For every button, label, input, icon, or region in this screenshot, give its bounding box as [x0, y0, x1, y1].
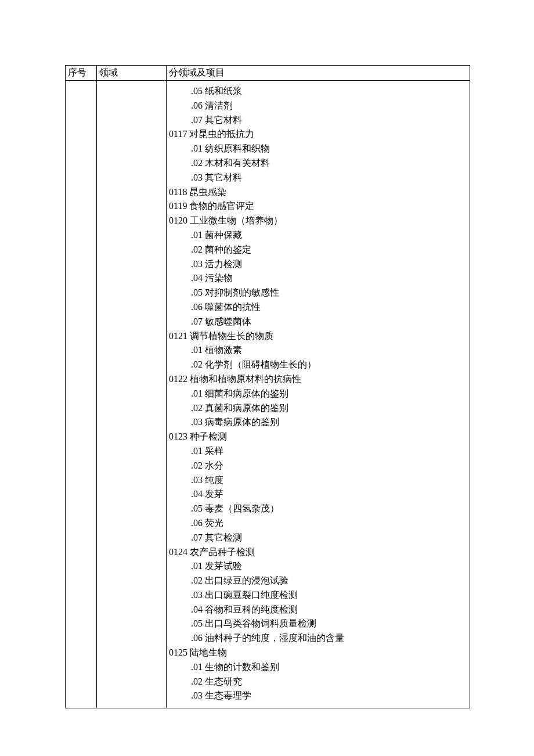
subitem-line: .05 毒麦（四氢杂茂）	[169, 502, 467, 516]
category-line: 0123 种子检测	[169, 430, 467, 444]
table-body-row: .05 纸和纸浆.06 清洁剂.07 其它材料0117 对昆虫的抵抗力.01 纺…	[66, 81, 470, 708]
subitem-line: .02 木材和有关材料	[169, 156, 467, 171]
subitem-line: .01 纺织原料和织物	[169, 142, 467, 156]
content-list: .05 纸和纸浆.06 清洁剂.07 其它材料0117 对昆虫的抵抗力.01 纺…	[169, 82, 467, 707]
subitem-line: .01 发芽试验	[169, 559, 467, 574]
category-line: 0118 昆虫感染	[169, 185, 467, 200]
subitem-line: .03 病毒病原体的鉴别	[169, 415, 467, 430]
subitem-line: .03 生态毒理学	[169, 689, 467, 703]
cell-content: .05 纸和纸浆.06 清洁剂.07 其它材料0117 对昆虫的抵抗力.01 纺…	[167, 81, 470, 708]
category-line: 0117 对昆虫的抵抗力	[169, 127, 467, 142]
subitem-line: .05 纸和纸浆	[169, 84, 467, 99]
category-line: 0124 农产品种子检测	[169, 545, 467, 560]
category-line: 0125 陆地生物	[169, 646, 467, 660]
subitem-line: .06 荧光	[169, 516, 467, 531]
subitem-line: .04 发芽	[169, 487, 467, 502]
subitem-line: .07 敏感噬菌体	[169, 315, 467, 329]
category-line: 0120 工业微生物（培养物）	[169, 214, 467, 228]
subitem-line: .02 化学剂（阻碍植物生长的）	[169, 358, 467, 372]
subitem-line: .05 出口鸟类谷物饲料质量检测	[169, 617, 467, 631]
subitem-line: .03 出口豌豆裂口纯度检测	[169, 588, 467, 603]
subitem-line: .01 植物激素	[169, 343, 467, 358]
category-line: 0121 调节植物生长的物质	[169, 329, 467, 344]
category-line: 0119 食物的感官评定	[169, 199, 467, 214]
subitem-line: .02 真菌和病原体的鉴别	[169, 401, 467, 416]
subitem-line: .06 噬菌体的抗性	[169, 300, 467, 315]
subitem-line: .02 出口绿豆的浸泡试验	[169, 574, 467, 588]
cell-domain	[97, 81, 167, 708]
table-header-row: 序号 领域 分领域及项目	[66, 66, 470, 81]
subitem-line: .01 采样	[169, 444, 467, 459]
subitem-line: .01 细菌和病原体的鉴别	[169, 387, 467, 401]
subitem-line: .02 生态研究	[169, 675, 467, 689]
subitem-line: .02 菌种的鉴定	[169, 243, 467, 257]
subitem-line: .03 纯度	[169, 473, 467, 488]
subitem-line: .03 其它材料	[169, 171, 467, 185]
subitem-line: .02 水分	[169, 459, 467, 473]
header-seq: 序号	[66, 66, 97, 81]
subitem-line: .06 油料种子的纯度，湿度和油的含量	[169, 631, 467, 646]
subitem-line: .05 对抑制剂的敏感性	[169, 286, 467, 300]
subitem-line: .07 其它材料	[169, 113, 467, 128]
subitem-line: .04 污染物	[169, 271, 467, 286]
subitem-line: .07 其它检测	[169, 531, 467, 545]
header-content: 分领域及项目	[167, 66, 470, 81]
subitem-line: .01 菌种保藏	[169, 228, 467, 243]
subitem-line: .01 生物的计数和鉴别	[169, 660, 467, 675]
subitem-line: .03 活力检测	[169, 257, 467, 272]
subitem-line: .06 清洁剂	[169, 99, 467, 113]
header-domain: 领域	[97, 66, 167, 81]
document-page: 序号 领域 分领域及项目 .05 纸和纸浆.06 清洁剂.07 其它材料0117…	[0, 0, 534, 756]
cell-seq	[66, 81, 97, 708]
category-line: 0122 植物和植物原材料的抗病性	[169, 372, 467, 387]
subitem-line: .04 谷物和豆科的纯度检测	[169, 603, 467, 617]
classification-table: 序号 领域 分领域及项目 .05 纸和纸浆.06 清洁剂.07 其它材料0117…	[65, 65, 470, 708]
